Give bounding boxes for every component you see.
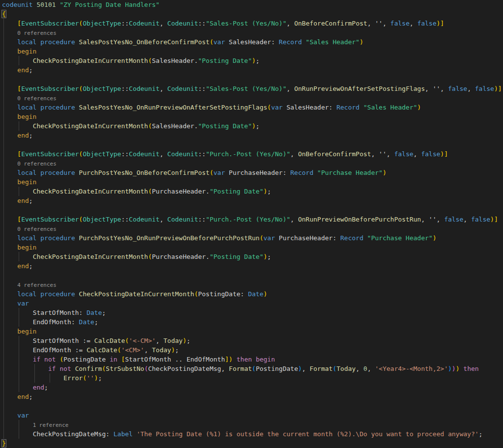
- code-line-19[interactable]: local procedure PurchPostYesNo_OnBeforeC…: [2, 168, 503, 177]
- code-line-12[interactable]: local procedure SalesPostYesNo_OnRunPrev…: [2, 103, 503, 112]
- indent-guide: [3, 243, 4, 252]
- code-line-42[interactable]: end;: [2, 383, 503, 392]
- token-number: 50101: [36, 1, 56, 8]
- code-line-16[interactable]: [2, 140, 503, 149]
- indent-guide: [3, 19, 4, 28]
- token-type: ObjectType: [83, 150, 121, 158]
- code-line-6[interactable]: begin: [2, 47, 503, 56]
- code-line-15[interactable]: end;: [2, 131, 503, 140]
- codelens-references[interactable]: 0 references: [17, 95, 56, 102]
- code-line-29[interactable]: end;: [2, 261, 503, 271]
- token-string: '<Year4>-<Month,2>': [375, 365, 448, 372]
- token-function: Format: [229, 365, 252, 372]
- code-line-1[interactable]: codeunit 50101 "ZY Posting Date Handlers…: [2, 0, 503, 9]
- token-bracket: ): [448, 365, 452, 372]
- code-line-46[interactable]: 1 reference: [2, 420, 503, 429]
- code-line-44[interactable]: [2, 401, 503, 411]
- token-type: Codeunit: [129, 20, 160, 27]
- code-line-45[interactable]: var: [2, 411, 503, 420]
- code-line-39[interactable]: if not (PostingDate in [StartOfMonth .. …: [2, 355, 503, 364]
- code-line-48[interactable]: }: [2, 439, 503, 448]
- code-line-23[interactable]: [2, 205, 503, 215]
- code-line-11[interactable]: 0 references: [2, 93, 503, 103]
- code-line-7[interactable]: CheckPostingDateInCurrentMonth(SalesHead…: [2, 56, 503, 65]
- codelens-references[interactable]: 1 reference: [33, 422, 69, 428]
- code-line-28[interactable]: CheckPostingDateInCurrentMonth(PurchaseH…: [2, 252, 503, 261]
- code-line-40[interactable]: if not Confirm(StrSubstNo(CheckPostingDa…: [2, 364, 503, 373]
- code-line-22[interactable]: end;: [2, 196, 503, 205]
- indent-guide: [3, 177, 4, 187]
- indent-guide: [19, 420, 19, 429]
- code-line-47[interactable]: CheckPostingDateMsg: Label 'The Posting …: [2, 429, 503, 439]
- token-text: [2, 85, 17, 92]
- code-editor[interactable]: codeunit 50101 "ZY Posting Date Handlers…: [0, 0, 503, 448]
- code-line-20[interactable]: begin: [2, 177, 503, 187]
- token-keyword: false: [444, 216, 463, 223]
- code-line-25[interactable]: 0 references: [2, 224, 503, 233]
- token-keyword: false: [417, 20, 436, 27]
- code-line-27[interactable]: begin: [2, 243, 503, 252]
- code-line-37[interactable]: StartOfMonth := CalcDate('<-CM>', Today)…: [2, 336, 503, 345]
- token-text: [2, 309, 33, 316]
- code-line-36[interactable]: begin: [2, 327, 503, 336]
- token-text: ;: [479, 430, 483, 438]
- indent-guide: [3, 205, 4, 215]
- code-line-33[interactable]: var: [2, 299, 503, 308]
- code-line-30[interactable]: [2, 271, 503, 280]
- code-line-4[interactable]: 0 references: [2, 28, 503, 37]
- codelens-references[interactable]: 0 references: [17, 226, 56, 232]
- code-line-26[interactable]: local procedure PurchPostYesNo_OnRunPrev…: [2, 233, 503, 243]
- token-keyword: false: [475, 85, 494, 92]
- code-line-43[interactable]: end;: [2, 392, 503, 401]
- indent-guide: [3, 280, 4, 289]
- code-line-21[interactable]: CheckPostingDateInCurrentMonth(PurchaseH…: [2, 187, 503, 196]
- code-line-17[interactable]: [EventSubscriber(ObjectType::Codeunit, C…: [2, 149, 503, 159]
- code-line-14[interactable]: CheckPostingDateInCurrentMonth(SalesHead…: [2, 121, 503, 131]
- token-bracket: ): [360, 38, 363, 46]
- code-line-5[interactable]: local procedure SalesPostYesNo_OnBeforeC…: [2, 37, 503, 47]
- code-line-9[interactable]: [2, 75, 503, 84]
- token-text: ,: [221, 365, 229, 372]
- indent-guide: [3, 215, 4, 224]
- code-line-35[interactable]: EndOfMonth: Date;: [2, 317, 503, 327]
- code-line-31[interactable]: 4 references: [2, 280, 503, 289]
- token-keyword: Date: [86, 309, 102, 316]
- code-line-24[interactable]: [EventSubscriber(ObjectType::Codeunit, C…: [2, 215, 503, 224]
- indent-guide: [19, 345, 19, 355]
- token-text: [2, 281, 17, 288]
- token-text: [2, 178, 17, 186]
- code-line-3[interactable]: [EventSubscriber(ObjectType::Codeunit, C…: [2, 19, 503, 28]
- token-text: ,: [463, 216, 471, 223]
- token-control-keyword: not: [59, 365, 71, 372]
- token-brace-matched: }: [2, 440, 6, 447]
- codelens-references[interactable]: 0 references: [17, 30, 56, 36]
- code-line-10[interactable]: [EventSubscriber(ObjectType::Codeunit, C…: [2, 84, 503, 93]
- code-line-2[interactable]: {: [2, 9, 503, 19]
- token-text: [2, 290, 17, 298]
- token-keyword: false: [394, 150, 413, 158]
- token-bracket: ): [183, 337, 187, 344]
- code-line-32[interactable]: local procedure CheckPostingDateInCurren…: [2, 289, 503, 299]
- indent-guide: [19, 317, 19, 327]
- token-bracket: (: [117, 346, 121, 354]
- token-keyword: local: [17, 290, 36, 298]
- token-text: ,: [160, 216, 168, 223]
- code-line-34[interactable]: StartOfMonth: Date;: [2, 308, 503, 317]
- code-line-18[interactable]: 0 references: [2, 159, 503, 168]
- token-text: [2, 38, 17, 46]
- token-function: Format: [309, 365, 333, 372]
- token-text: [2, 132, 17, 139]
- indent-guide: [19, 355, 19, 364]
- code-line-38[interactable]: EndOfMonth := CalcDate('<CM>', Today);: [2, 345, 503, 355]
- token-variable: PurchaseHeader: [279, 234, 333, 242]
- indent-guide: [19, 336, 19, 345]
- codelens-references[interactable]: 0 references: [17, 161, 56, 167]
- code-line-41[interactable]: Error('');: [2, 373, 503, 383]
- token-text: :: [240, 290, 248, 298]
- codelens-references[interactable]: 4 references: [17, 282, 56, 288]
- code-line-13[interactable]: begin: [2, 112, 503, 121]
- indent-guide: [3, 65, 4, 75]
- code-line-8[interactable]: end;: [2, 65, 503, 75]
- indent-guide: [19, 308, 19, 317]
- token-bracket: ): [452, 365, 456, 372]
